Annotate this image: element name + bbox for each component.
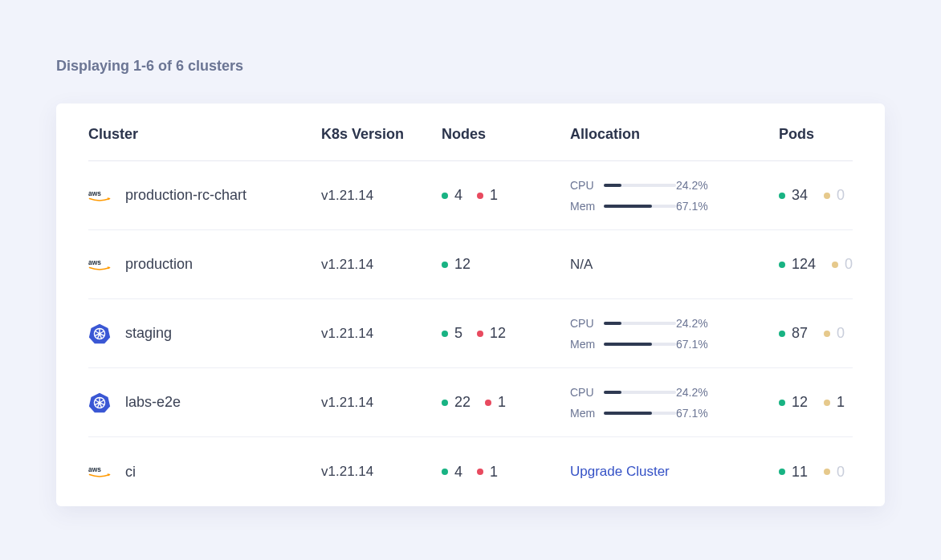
k8s-version: v1.21.14 xyxy=(321,464,442,480)
nodes-unhealthy-count: 1 xyxy=(490,464,498,481)
upgrade-cluster-link[interactable]: Upgrade Cluster xyxy=(570,464,670,479)
table-row[interactable]: stagingv1.21.14512CPU24.2%Mem67.1%870 xyxy=(88,299,853,368)
alloc-cpu-label: CPU xyxy=(570,317,604,330)
kubernetes-icon xyxy=(88,392,111,414)
pods-pending-count: 0 xyxy=(837,325,845,342)
aws-icon xyxy=(88,461,111,483)
alloc-mem-label: Mem xyxy=(570,407,604,420)
pods-running-count: 87 xyxy=(792,325,808,342)
pods-cell: 110 xyxy=(779,464,891,481)
alloc-cpu-bar xyxy=(604,391,676,394)
col-allocation[interactable]: Allocation xyxy=(570,126,779,143)
alloc-cpu-value: 24.2% xyxy=(676,317,724,330)
status-dot-healthy xyxy=(442,331,448,337)
pods-running-count: 124 xyxy=(792,256,816,273)
table-row[interactable]: labs-e2ev1.21.14221CPU24.2%Mem67.1%121 xyxy=(88,368,853,437)
alloc-mem-value: 67.1% xyxy=(676,338,724,351)
k8s-version: v1.21.14 xyxy=(321,257,442,273)
col-pods[interactable]: Pods xyxy=(779,126,891,143)
status-dot-healthy xyxy=(442,469,448,475)
alloc-mem-label: Mem xyxy=(570,200,604,213)
alloc-cpu-value: 24.2% xyxy=(676,179,724,192)
status-dot-healthy xyxy=(442,262,448,268)
alloc-cpu-label: CPU xyxy=(570,179,604,192)
pods-cell: 340 xyxy=(779,187,891,204)
status-dot-unhealthy xyxy=(477,193,483,199)
status-dot-pending xyxy=(832,262,838,268)
pods-cell: 870 xyxy=(779,325,891,342)
pods-pending-count: 0 xyxy=(845,256,853,273)
status-dot-healthy xyxy=(779,469,785,475)
status-dot-unhealthy xyxy=(477,331,483,337)
status-dot-pending xyxy=(824,400,830,406)
pods-pending-count: 1 xyxy=(837,394,845,411)
allocation-na: N/A xyxy=(570,257,593,272)
alloc-mem-label: Mem xyxy=(570,338,604,351)
nodes-cell: 41 xyxy=(442,464,570,481)
k8s-version: v1.21.14 xyxy=(321,188,442,204)
k8s-version: v1.21.14 xyxy=(321,395,442,411)
cluster-name: labs-e2e xyxy=(125,394,181,411)
pods-running-count: 34 xyxy=(792,187,808,204)
cluster-name: production-rc-chart xyxy=(125,187,246,204)
k8s-version: v1.21.14 xyxy=(321,326,442,342)
allocation-cell: CPU24.2%Mem67.1% xyxy=(570,317,779,351)
nodes-unhealthy-count: 1 xyxy=(498,394,506,411)
nodes-cell: 221 xyxy=(442,394,570,411)
nodes-cell: 41 xyxy=(442,187,570,204)
status-dot-pending xyxy=(824,469,830,475)
kubernetes-icon xyxy=(88,323,111,345)
status-dot-healthy xyxy=(779,400,785,406)
pods-running-count: 11 xyxy=(792,464,808,481)
aws-icon xyxy=(88,254,111,276)
results-summary: Displaying 1-6 of 6 clusters xyxy=(56,58,885,75)
col-nodes[interactable]: Nodes xyxy=(442,126,570,143)
status-dot-pending xyxy=(824,331,830,337)
table-header: Cluster K8s Version Nodes Allocation Pod… xyxy=(88,126,853,161)
nodes-healthy-count: 4 xyxy=(454,464,462,481)
col-cluster[interactable]: Cluster xyxy=(88,126,321,143)
nodes-healthy-count: 12 xyxy=(454,256,470,273)
alloc-cpu-label: CPU xyxy=(570,386,604,399)
status-dot-healthy xyxy=(779,193,785,199)
table-row[interactable]: productionv1.21.1412N/A1240 xyxy=(88,230,853,299)
pods-pending-count: 0 xyxy=(837,464,845,481)
cluster-name: staging xyxy=(125,325,172,342)
cluster-cell: production-rc-chart xyxy=(88,185,321,207)
alloc-mem-bar xyxy=(604,412,676,415)
alloc-cpu-bar xyxy=(604,322,676,325)
allocation-cell: CPU24.2%Mem67.1% xyxy=(570,179,779,213)
cluster-cell: staging xyxy=(88,323,321,345)
pods-cell: 121 xyxy=(779,394,891,411)
status-dot-healthy xyxy=(779,262,785,268)
table-row[interactable]: civ1.21.1441Upgrade Cluster110 xyxy=(88,437,853,506)
cluster-cell: ci xyxy=(88,461,321,483)
table-row[interactable]: production-rc-chartv1.21.1441CPU24.2%Mem… xyxy=(88,161,853,230)
col-version[interactable]: K8s Version xyxy=(321,126,442,143)
nodes-healthy-count: 22 xyxy=(454,394,470,411)
cluster-cell: labs-e2e xyxy=(88,392,321,414)
aws-icon xyxy=(88,185,111,207)
nodes-healthy-count: 4 xyxy=(454,187,462,204)
status-dot-healthy xyxy=(442,400,448,406)
status-dot-healthy xyxy=(442,193,448,199)
alloc-cpu-bar xyxy=(604,184,676,187)
cluster-name: ci xyxy=(125,464,136,481)
cluster-name: production xyxy=(125,256,193,273)
clusters-table-card: Cluster K8s Version Nodes Allocation Pod… xyxy=(56,103,885,506)
alloc-mem-bar xyxy=(604,343,676,346)
alloc-mem-value: 67.1% xyxy=(676,407,724,420)
pods-cell: 1240 xyxy=(779,256,891,273)
status-dot-unhealthy xyxy=(485,400,491,406)
allocation-cell: N/A xyxy=(570,257,779,273)
clusters-table: Cluster K8s Version Nodes Allocation Pod… xyxy=(88,126,853,506)
alloc-mem-value: 67.1% xyxy=(676,200,724,213)
pods-running-count: 12 xyxy=(792,394,808,411)
alloc-cpu-value: 24.2% xyxy=(676,386,724,399)
status-dot-pending xyxy=(824,193,830,199)
nodes-unhealthy-count: 12 xyxy=(490,325,506,342)
allocation-cell: Upgrade Cluster xyxy=(570,464,779,480)
nodes-healthy-count: 5 xyxy=(454,325,462,342)
status-dot-healthy xyxy=(779,331,785,337)
status-dot-unhealthy xyxy=(477,469,483,475)
